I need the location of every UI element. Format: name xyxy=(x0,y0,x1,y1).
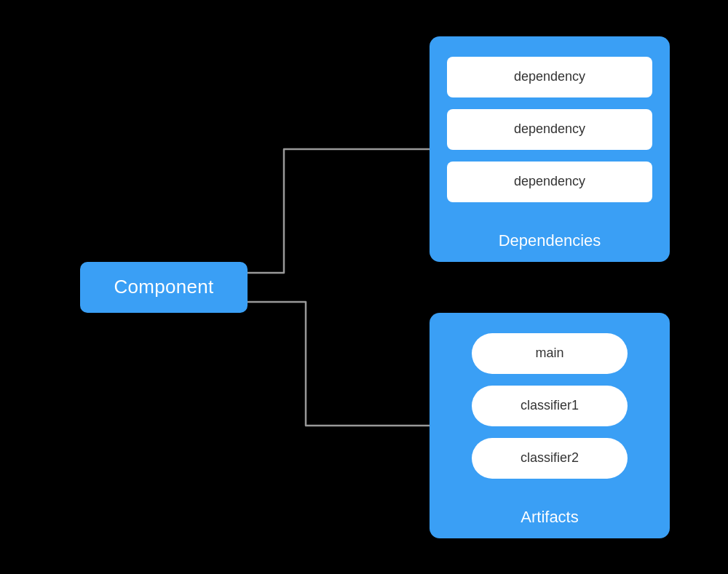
component-label: Component xyxy=(114,276,213,298)
diagram: Component dependency dependency dependen… xyxy=(36,22,692,553)
artifacts-box: main classifier1 classifier2 Artifacts xyxy=(430,313,670,538)
dependencies-box: dependency dependency dependency Depende… xyxy=(430,36,670,262)
dependency-item-2: dependency xyxy=(447,109,652,150)
artifact-label-2: classifier1 xyxy=(521,398,579,413)
component-box: Component xyxy=(80,262,248,313)
artifact-item-2: classifier1 xyxy=(472,386,628,426)
artifact-label-3: classifier2 xyxy=(521,450,579,466)
dependency-label-2: dependency xyxy=(514,121,585,137)
artifact-label-1: main xyxy=(535,346,563,361)
artifact-item-3: classifier2 xyxy=(472,438,628,479)
dependency-label-3: dependency xyxy=(514,174,585,189)
dependency-item-3: dependency xyxy=(447,162,652,202)
dependency-item-1: dependency xyxy=(447,57,652,97)
artifact-item-1: main xyxy=(472,333,628,374)
dependencies-title: Dependencies xyxy=(499,226,601,250)
dependency-label-1: dependency xyxy=(514,69,585,84)
artifacts-title: Artifacts xyxy=(521,502,578,527)
